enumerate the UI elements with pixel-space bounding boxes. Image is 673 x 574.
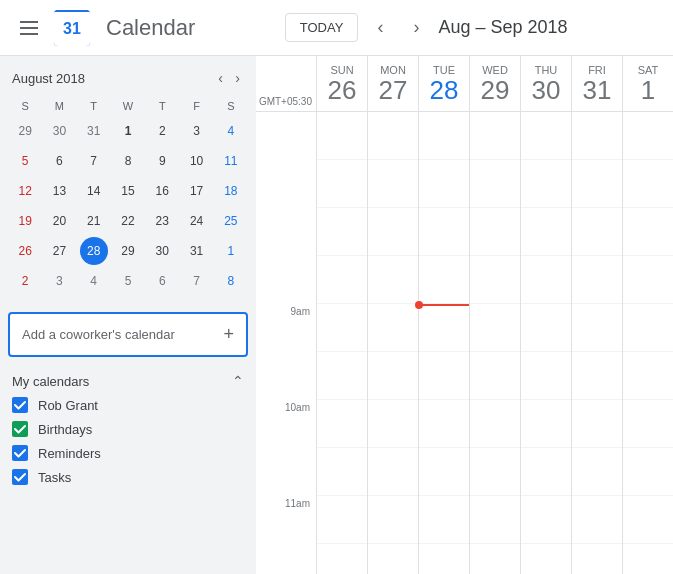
hour-cell[interactable] [419,448,469,496]
hour-cell[interactable] [521,544,571,574]
hour-cell[interactable] [419,544,469,574]
hour-cell[interactable] [623,352,673,400]
hour-cell[interactable] [419,256,469,304]
mini-cal-day[interactable]: 16 [148,177,176,205]
day-number[interactable]: 1 [627,76,669,105]
hour-cell[interactable] [623,112,673,160]
hour-cell[interactable] [368,352,418,400]
add-coworker-box[interactable]: Add a coworker's calendar + [8,312,248,357]
mini-cal-day[interactable]: 27 [45,237,73,265]
hour-cell[interactable] [572,160,622,208]
calendar-item[interactable]: Birthdays [8,417,248,441]
hour-cell[interactable] [470,256,520,304]
hour-cell[interactable] [419,160,469,208]
hour-cell[interactable] [521,304,571,352]
hour-cell[interactable] [572,208,622,256]
today-button[interactable]: TODAY [285,13,359,42]
mini-cal-next[interactable]: › [231,68,244,88]
hour-cell[interactable] [521,112,571,160]
mini-cal-day[interactable]: 29 [11,117,39,145]
mini-cal-day[interactable]: 15 [114,177,142,205]
hour-cell[interactable] [470,304,520,352]
mini-cal-day[interactable]: 30 [148,237,176,265]
hamburger-menu[interactable] [16,17,42,39]
hour-cell[interactable] [470,496,520,544]
mini-cal-day[interactable]: 10 [183,147,211,175]
hour-cell[interactable] [317,208,367,256]
mini-cal-prev[interactable]: ‹ [214,68,227,88]
mini-cal-day[interactable]: 7 [80,147,108,175]
mini-cal-day[interactable]: 2 [148,117,176,145]
hour-cell[interactable] [317,112,367,160]
mini-cal-day[interactable]: 12 [11,177,39,205]
hour-cell[interactable] [572,400,622,448]
hour-cell[interactable] [521,160,571,208]
mini-cal-day[interactable]: 2 [11,267,39,295]
calendar-checkbox[interactable] [12,469,28,485]
calendar-checkbox[interactable] [12,397,28,413]
hour-cell[interactable] [317,400,367,448]
hour-cell[interactable] [368,448,418,496]
hour-cell[interactable] [419,400,469,448]
hour-cell[interactable] [521,400,571,448]
hour-cell[interactable] [368,496,418,544]
hour-cell[interactable] [368,208,418,256]
hour-cell[interactable] [572,496,622,544]
hour-cell[interactable] [419,304,469,352]
mini-cal-day[interactable]: 21 [80,207,108,235]
hour-cell[interactable] [470,448,520,496]
mini-cal-day[interactable]: 3 [45,267,73,295]
hour-cell[interactable] [317,160,367,208]
hour-cell[interactable] [521,256,571,304]
hour-cell[interactable] [368,304,418,352]
hour-cell[interactable] [572,544,622,574]
hour-cell[interactable] [368,256,418,304]
day-number[interactable]: 30 [525,76,567,105]
hour-cell[interactable] [623,304,673,352]
hour-cell[interactable] [623,448,673,496]
hour-cell[interactable] [470,112,520,160]
hour-cell[interactable] [368,400,418,448]
hour-cell[interactable] [419,112,469,160]
mini-cal-day[interactable]: 24 [183,207,211,235]
mini-cal-day[interactable]: 31 [183,237,211,265]
mini-cal-day[interactable]: 26 [11,237,39,265]
mini-cal-day[interactable]: 14 [80,177,108,205]
prev-button[interactable]: ‹ [366,14,394,42]
mini-cal-day[interactable]: 5 [11,147,39,175]
day-number[interactable]: 26 [321,76,363,105]
day-number[interactable]: 27 [372,76,414,105]
mini-cal-day[interactable]: 20 [45,207,73,235]
mini-cal-day[interactable]: 13 [45,177,73,205]
hour-cell[interactable] [521,208,571,256]
mini-cal-day[interactable]: 6 [148,267,176,295]
mini-cal-day[interactable]: 29 [114,237,142,265]
hour-cell[interactable] [317,544,367,574]
my-calendars-chevron[interactable]: ⌃ [232,373,244,389]
calendar-checkbox[interactable] [12,421,28,437]
hour-cell[interactable] [317,256,367,304]
hour-cell[interactable] [419,208,469,256]
hour-cell[interactable] [317,352,367,400]
day-number[interactable]: 28 [423,76,465,105]
hour-cell[interactable] [572,112,622,160]
mini-cal-day[interactable]: 4 [80,267,108,295]
hour-cell[interactable] [317,304,367,352]
hour-cell[interactable] [368,544,418,574]
hour-cell[interactable] [317,496,367,544]
hour-cell[interactable] [623,544,673,574]
hour-cell[interactable] [470,208,520,256]
calendar-item[interactable]: Tasks [8,465,248,489]
hour-cell[interactable] [470,544,520,574]
hour-cell[interactable] [419,496,469,544]
mini-cal-day[interactable]: 18 [217,177,245,205]
mini-cal-day[interactable]: 3 [183,117,211,145]
hour-cell[interactable] [572,304,622,352]
calendar-item[interactable]: Rob Grant [8,393,248,417]
calendar-item[interactable]: Reminders [8,441,248,465]
hour-cell[interactable] [368,112,418,160]
mini-cal-day[interactable]: 22 [114,207,142,235]
mini-cal-day[interactable]: 25 [217,207,245,235]
hour-cell[interactable] [572,256,622,304]
mini-cal-day[interactable]: 31 [80,117,108,145]
